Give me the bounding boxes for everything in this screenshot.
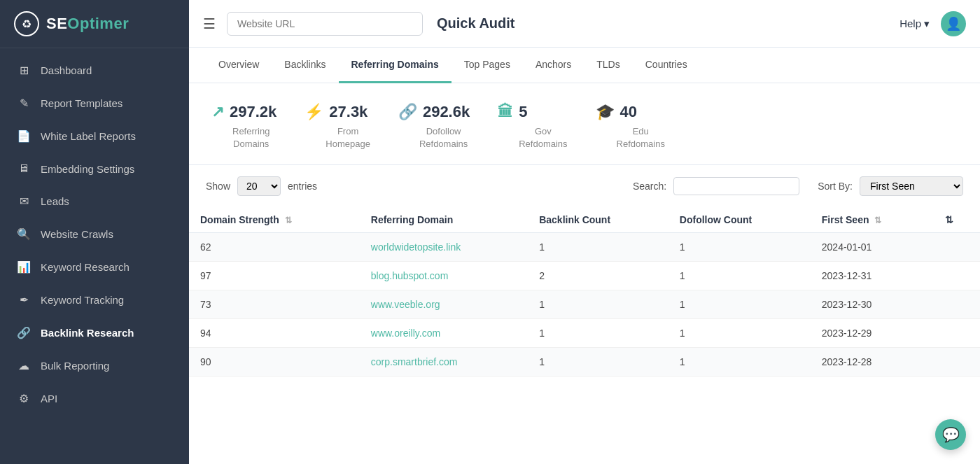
col-first-seen[interactable]: First Seen ⇅ (811, 207, 934, 233)
stat-value: 27.3k (329, 103, 368, 121)
tab-referring-domains[interactable]: Referring Domains (339, 48, 451, 83)
bulk-reporting-icon: ☁ (17, 359, 31, 372)
edu-refdomains-icon: 🎓 (596, 103, 615, 121)
sidebar-item-label: Website Crawls (41, 228, 113, 240)
report-templates-icon: ✎ (17, 97, 31, 110)
help-button[interactable]: Help ▾ (899, 17, 930, 30)
tab-tlds[interactable]: TLDs (584, 48, 632, 83)
cell-backlink-count: 1 (528, 319, 668, 348)
cell-extra (934, 290, 980, 319)
sidebar-item-bulk-reporting[interactable]: ☁ Bulk Reporting (0, 349, 189, 382)
cell-referring-domain[interactable]: www.oreilly.com (360, 319, 528, 348)
tab-anchors[interactable]: Anchors (523, 48, 584, 83)
col-referring-domain: Referring Domain (360, 207, 528, 233)
sidebar-item-keyword-research[interactable]: 📊 Keyword Research (0, 251, 189, 283)
sidebar-item-backlink-research[interactable]: 🔗 Backlink Research (0, 316, 189, 349)
white-label-reports-icon: 📄 (17, 129, 31, 143)
table-row: 97 blog.hubspot.com 2 1 2023-12-31 (189, 262, 980, 290)
sidebar-item-white-label-reports[interactable]: 📄 White Label Reports (0, 120, 189, 153)
sidebar-item-label: API (41, 393, 57, 405)
cell-referring-domain[interactable]: www.veeble.org (360, 290, 528, 319)
hamburger-icon[interactable]: ☰ (203, 15, 216, 32)
tab-backlinks[interactable]: Backlinks (272, 48, 338, 83)
tab-countries[interactable]: Countries (633, 48, 700, 83)
col-domain-strength[interactable]: Domain Strength ⇅ (189, 207, 360, 233)
keyword-research-icon: 📊 (17, 260, 31, 274)
cell-extra (934, 233, 980, 262)
stat-value: 5 (519, 103, 527, 121)
referring-domains-icon: ↗ (211, 103, 224, 121)
cell-domain-strength: 73 (189, 290, 360, 319)
cell-first-seen: 2023-12-31 (811, 262, 934, 290)
stat-gov-refdomains: 🏛 5 GovRefdomains (498, 103, 567, 150)
domain-link[interactable]: blog.hubspot.com (371, 270, 449, 281)
sidebar-logo[interactable]: ♻ SEOptimer (0, 0, 189, 48)
header-right: Help ▾ 👤 (899, 11, 966, 36)
sidebar-item-label: Bulk Reporting (41, 360, 109, 372)
table-row: 90 corp.smartbrief.com 1 1 2023-12-28 (189, 348, 980, 377)
quick-audit-label: Quick Audit (437, 15, 514, 31)
cell-referring-domain[interactable]: corp.smartbrief.com (360, 348, 528, 377)
logo-text: SEOptimer (46, 15, 129, 33)
sidebar-item-label: Dashboard (41, 64, 92, 76)
sidebar-item-keyword-tracking[interactable]: ✒ Keyword Tracking (0, 283, 189, 316)
col-sort-extra[interactable]: ⇅ (934, 207, 980, 233)
sidebar: ♻ SEOptimer ⊞ Dashboard✎ Report Template… (0, 0, 189, 464)
sidebar-item-leads[interactable]: ✉ Leads (0, 185, 189, 218)
sidebar-item-website-crawls[interactable]: 🔍 Website Crawls (0, 218, 189, 251)
sidebar-item-label: Keyword Tracking (41, 294, 124, 306)
sortby-select[interactable]: First SeenDomain StrengthBacklink CountD… (860, 176, 963, 196)
from-homepage-icon: ⚡ (304, 103, 323, 121)
cell-backlink-count: 1 (528, 233, 668, 262)
logo-icon: ♻ (14, 11, 39, 36)
cell-domain-strength: 90 (189, 348, 360, 377)
sidebar-item-label: Backlink Research (41, 327, 134, 339)
sidebar-item-embedding-settings[interactable]: 🖥 Embedding Settings (0, 153, 189, 185)
search-input[interactable] (673, 177, 799, 195)
domain-link[interactable]: www.oreilly.com (371, 328, 440, 339)
cell-dofollow-count: 1 (668, 319, 811, 348)
cell-extra (934, 348, 980, 377)
stat-dofollow-refdomains: 🔗 292.6k DofollowRefdomains (398, 103, 470, 150)
stat-from-homepage: ⚡ 27.3k FromHomepage (304, 103, 370, 150)
cell-referring-domain[interactable]: worldwidetopsite.link (360, 233, 528, 262)
table-row: 62 worldwidetopsite.link 1 1 2024-01-01 (189, 233, 980, 262)
sidebar-nav: ⊞ Dashboard✎ Report Templates📄 White Lab… (0, 48, 189, 464)
cell-first-seen: 2023-12-29 (811, 319, 934, 348)
url-input[interactable] (227, 12, 423, 36)
cell-dofollow-count: 1 (668, 348, 811, 377)
show-label: Show (206, 181, 230, 192)
col-backlink-count: Backlink Count (528, 207, 668, 233)
sort-icon: ⇅ (874, 216, 881, 225)
cell-dofollow-count: 1 (668, 290, 811, 319)
stat-label: FromHomepage (304, 125, 370, 150)
domain-link[interactable]: worldwidetopsite.link (371, 241, 461, 253)
cell-domain-strength: 97 (189, 262, 360, 290)
main-content: ☰ Quick Audit Help ▾ 👤 OverviewBacklinks… (189, 0, 980, 464)
show-select[interactable]: 102050100 (237, 176, 281, 196)
sidebar-item-label: Report Templates (41, 97, 122, 109)
sidebar-item-api[interactable]: ⚙ API (0, 382, 189, 415)
stats-row: ↗ 297.2k ReferringDomains ⚡ 27.3k FromHo… (189, 83, 980, 165)
stat-label: EduRefdomains (596, 125, 665, 150)
user-avatar[interactable]: 👤 (941, 11, 966, 36)
header: ☰ Quick Audit Help ▾ 👤 (189, 0, 980, 48)
search-label: Search: (633, 181, 666, 192)
table-row: 73 www.veeble.org 1 1 2023-12-30 (189, 290, 980, 319)
sidebar-item-dashboard[interactable]: ⊞ Dashboard (0, 54, 189, 87)
sidebar-item-report-templates[interactable]: ✎ Report Templates (0, 87, 189, 120)
cell-referring-domain[interactable]: blog.hubspot.com (360, 262, 528, 290)
domain-link[interactable]: www.veeble.org (371, 299, 440, 310)
backlink-research-icon: 🔗 (17, 326, 31, 339)
tab-top-pages[interactable]: Top Pages (451, 48, 523, 83)
chat-bubble[interactable]: 💬 (935, 419, 966, 450)
table-row: 94 www.oreilly.com 1 1 2023-12-29 (189, 319, 980, 348)
domain-link[interactable]: corp.smartbrief.com (371, 356, 458, 367)
sortby-label: Sort By: (818, 181, 853, 192)
cell-extra (934, 262, 980, 290)
stat-label: ReferringDomains (211, 125, 270, 150)
cell-extra (934, 319, 980, 348)
website-crawls-icon: 🔍 (17, 227, 31, 241)
tab-overview[interactable]: Overview (206, 48, 272, 83)
sidebar-item-label: Keyword Research (41, 261, 130, 273)
